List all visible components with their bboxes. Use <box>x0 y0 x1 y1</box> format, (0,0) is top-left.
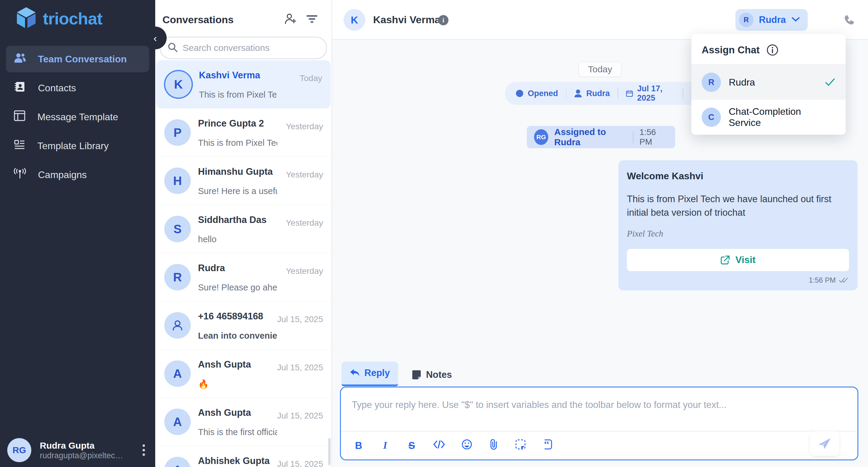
assign-option-rudra[interactable]: R Rudra <box>691 65 846 100</box>
conversation-time: Yesterday <box>286 218 323 228</box>
conversation-item[interactable]: R Rudra Yesterday Sure! Please go ahead … <box>155 253 332 301</box>
profile-name: Rudra Gupta <box>40 440 123 452</box>
attachment-icon[interactable] <box>489 439 499 452</box>
call-icon[interactable] <box>841 13 857 30</box>
message-bubble: Welcome Kashvi This is from Pixel Tech w… <box>618 160 858 290</box>
message-title: Welcome Kashvi <box>627 170 849 182</box>
send-plane-icon <box>818 437 831 449</box>
strikethrough-icon[interactable]: S <box>407 440 417 452</box>
avatar: RG <box>534 129 548 145</box>
double-check-icon <box>839 277 849 283</box>
conversation-item[interactable]: P Prince Gupta 2 Yesterday This is from … <box>155 108 332 157</box>
status-date: Jul 17, 2025 <box>637 84 675 103</box>
calendar-icon <box>626 89 633 98</box>
bold-icon[interactable]: B <box>353 440 364 452</box>
sidebar-item-label: Message Template <box>37 112 118 123</box>
tab-reply[interactable]: Reply <box>341 362 398 386</box>
message-sender: Pixel Tech <box>627 229 849 239</box>
send-button[interactable] <box>810 431 839 456</box>
conversation-item[interactable]: H Himanshu Gupta Yesterday Sure! Here is… <box>155 157 332 205</box>
assign-option-label: Rudra <box>729 77 755 88</box>
assignee-label: Rudra <box>759 14 786 25</box>
event-text: Assigned to Rudra <box>554 127 627 147</box>
agent-icon <box>574 89 582 98</box>
sidebar-item-contacts[interactable]: Contacts <box>6 75 149 101</box>
conversation-name: +16 465894168 <box>198 311 263 322</box>
user-profile[interactable]: RG Rudra Gupta rudragupta@pixeltec… <box>0 433 155 467</box>
profile-email: rudragupta@pixeltec… <box>40 451 123 460</box>
emoji-icon[interactable] <box>461 439 472 452</box>
status-dot-icon <box>516 90 524 97</box>
conversation-name: Himanshu Gupta <box>198 166 273 177</box>
notes-icon <box>412 370 421 380</box>
avatar: R <box>702 73 721 92</box>
conversation-name: Ansh Gupta <box>198 359 251 370</box>
date-divider: Today <box>579 62 621 77</box>
composer-tabs: Reply Notes <box>341 362 461 386</box>
tab-notes[interactable]: Notes <box>404 363 460 386</box>
conversation-item[interactable]: A Abhishek Gupta Jul 15, 2025 <box>155 446 332 467</box>
sidebar-item-team-conversation[interactable]: Team Conversation <box>6 46 149 72</box>
sidebar-item-label: Campaigns <box>38 169 87 181</box>
message-time: 1:56 PM <box>809 276 836 284</box>
avatar: K <box>165 71 192 98</box>
reply-editor: B I S <box>340 386 858 460</box>
conversation-item[interactable]: S Siddhartha Das Yesterday hello <box>155 205 332 253</box>
snippet-icon[interactable] <box>515 439 526 452</box>
sidebar-item-message-template[interactable]: Message Template <box>6 104 149 130</box>
sidebar-item-campaigns[interactable]: Campaigns <box>6 161 149 188</box>
avatar: H <box>164 167 191 194</box>
conversation-item[interactable]: A Ansh Gupta Jul 15, 2025 🔥 <box>155 349 332 398</box>
avatar: RG <box>7 438 31 462</box>
search-input[interactable] <box>183 43 319 53</box>
assignment-event: RG Assigned to Rudra 1:56 PM <box>527 126 675 148</box>
conversation-list: K Kashvi Verma Today This is from Pixel … <box>155 60 332 467</box>
assignee-dropdown-button[interactable]: R Rudra <box>735 9 808 31</box>
visit-button[interactable]: Visit <box>627 249 849 271</box>
chat-area: K Kashvi Verma i R Rudra Today Opened Ru… <box>332 0 868 467</box>
conversation-time: Today <box>300 73 322 83</box>
logo: triochat <box>0 0 155 30</box>
conversation-preview: Sure! Please go ahead a… <box>198 283 277 292</box>
contact-info-icon[interactable]: i <box>438 15 448 25</box>
assign-option-chat-completion-service[interactable]: C Chat-Completion Service <box>691 100 846 135</box>
status-segment: Opened <box>516 89 558 98</box>
person-avatar-icon <box>164 312 191 339</box>
conversation-preview: Lean into convenience… <box>198 331 277 341</box>
avatar: R <box>739 13 753 27</box>
check-icon <box>825 78 835 87</box>
italic-icon[interactable]: I <box>380 440 390 451</box>
conversation-item[interactable]: K Kashvi Verma Today This is from Pixel … <box>156 60 331 108</box>
sidebar-collapse-button[interactable]: ‹ <box>144 27 167 50</box>
assign-option-label: Chat-Completion Service <box>729 106 835 128</box>
status-segment: Rudra <box>574 89 610 98</box>
library-list-icon <box>14 139 25 152</box>
conversation-preview: This is from Pixel Tech w… <box>198 138 277 148</box>
conversation-item[interactable]: A Ansh Gupta Jul 15, 2025 This is the fi… <box>155 398 332 446</box>
assign-chat-title: Assign Chat <box>702 44 760 56</box>
tab-reply-label: Reply <box>364 368 390 378</box>
conversation-time: Jul 15, 2025 <box>277 363 323 372</box>
filter-icon[interactable] <box>301 12 322 27</box>
contact-name: Kashvi Verma <box>373 14 440 26</box>
code-icon[interactable] <box>433 440 445 452</box>
avatar: A <box>164 360 191 387</box>
search-conversations[interactable] <box>160 37 327 59</box>
sidebar-nav: Team Conversation Contacts Message Templ… <box>6 46 149 190</box>
assign-chat-menu: Assign Chat R Rudra C Chat-Completion Se… <box>691 34 846 135</box>
sidebar-item-template-library[interactable]: Template Library <box>6 132 149 159</box>
status-segment: Jul 17, 2025 <box>626 84 675 103</box>
conversation-time: Jul 15, 2025 <box>277 459 323 467</box>
conversation-item[interactable]: +16 465894168 Jul 15, 2025 Lean into con… <box>155 301 332 349</box>
message-body: This is from Pixel Tech we have launched… <box>627 192 849 220</box>
team-people-icon <box>14 53 26 65</box>
conversation-time: Yesterday <box>286 122 323 131</box>
reply-input[interactable] <box>341 387 858 431</box>
template-icon[interactable] <box>542 439 553 452</box>
triochat-cube-icon <box>16 7 37 30</box>
profile-menu-icon[interactable] <box>140 441 148 459</box>
conversation-preview: hello <box>198 235 277 244</box>
info-icon[interactable] <box>767 44 778 56</box>
list-scrollbar[interactable] <box>328 438 331 465</box>
new-chat-icon[interactable] <box>280 11 301 28</box>
